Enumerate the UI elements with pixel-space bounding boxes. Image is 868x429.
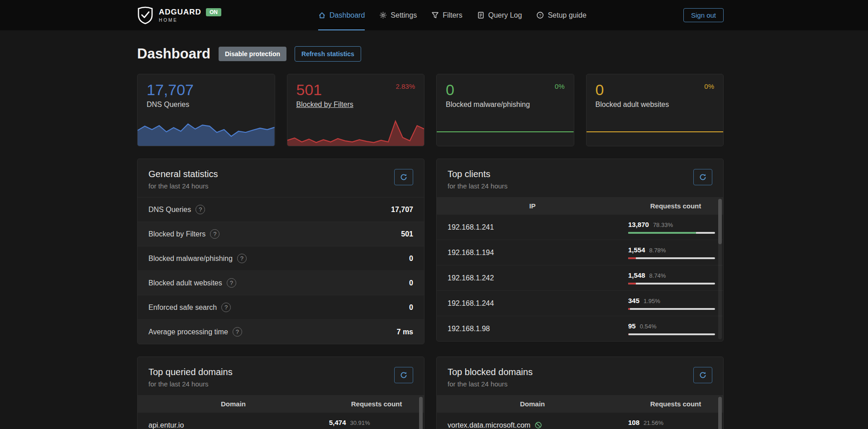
stat-row: Blocked adult websites ? 0	[138, 270, 424, 295]
nav-label: Settings	[391, 11, 417, 19]
refresh-icon	[400, 174, 407, 181]
top-navigation-bar: ADGUARD ON HOME Dashboard Settings	[0, 0, 868, 30]
scrollbar[interactable]	[718, 397, 722, 429]
nav-setup-guide[interactable]: ? Setup guide	[536, 0, 586, 30]
client-row: 192.168.1.98 950.54%	[437, 316, 723, 341]
card-subtitle: for the last 24 hours	[448, 182, 508, 190]
help-icon[interactable]: ?	[233, 327, 242, 337]
stat-row: Enforced safe search ? 0	[138, 295, 424, 319]
column-header-requests[interactable]: Requests count	[329, 400, 424, 408]
column-header-requests[interactable]: Requests count	[628, 202, 723, 210]
disable-protection-button[interactable]: Disable protection	[219, 47, 286, 61]
help-icon[interactable]: ?	[221, 303, 231, 312]
stat-label: Blocked adult websites	[596, 101, 669, 109]
client-ip[interactable]: 192.168.1.194	[437, 249, 628, 257]
request-count: 5,474	[329, 419, 346, 426]
help-icon[interactable]: ?	[210, 229, 219, 239]
table-header: Domain Requests count	[138, 395, 424, 412]
stat-row-label: DNS Queries	[148, 206, 191, 214]
refresh-icon	[699, 174, 706, 181]
nav-label: Filters	[443, 11, 463, 19]
nav-settings[interactable]: Settings	[379, 0, 417, 30]
scrollbar-thumb[interactable]	[419, 397, 423, 429]
adguard-home-logo[interactable]: ADGUARD ON HOME	[137, 6, 221, 24]
scrollbar[interactable]	[718, 199, 722, 339]
card-title: General statistics	[148, 169, 218, 179]
stat-row-label: Average processing time	[148, 328, 228, 336]
client-row: 192.168.1.242 1,5488.74%	[437, 265, 723, 290]
request-count: 1,554	[628, 246, 645, 254]
top-blocked-domains-card: Top blocked domains for the last 24 hour…	[436, 357, 724, 429]
page-title: Dashboard	[137, 46, 210, 62]
request-percent: 8.78%	[649, 247, 666, 254]
stat-card-blocked-by-filters: 501 2.83% Blocked by Filters	[287, 74, 425, 146]
stat-card-blocked-adult: 0 0% Blocked adult websites	[586, 74, 724, 146]
nav-query-log[interactable]: Query Log	[477, 0, 522, 30]
client-ip[interactable]: 192.168.1.244	[437, 299, 628, 308]
column-header-domain[interactable]: Domain	[138, 400, 329, 408]
request-percent: 30.91%	[350, 419, 370, 426]
blocked-adult-sparkline	[587, 118, 724, 146]
refresh-button[interactable]	[394, 169, 413, 185]
sign-out-button[interactable]: Sign out	[683, 8, 724, 22]
top-queried-domains-card: Top queried domains for the last 24 hour…	[137, 357, 424, 429]
column-header-requests[interactable]: Requests count	[628, 400, 723, 408]
stat-row-label: Enforced safe search	[148, 304, 217, 312]
request-count: 13,870	[628, 221, 649, 228]
scrollbar[interactable]	[419, 397, 423, 429]
stat-label: Blocked malware/phishing	[446, 101, 530, 109]
progress-bar	[628, 283, 715, 284]
scrollbar-thumb[interactable]	[718, 199, 722, 244]
dashboard-page: Dashboard Disable protection Refresh sta…	[137, 46, 724, 429]
refresh-statistics-button[interactable]: Refresh statistics	[295, 46, 361, 62]
refresh-button[interactable]	[693, 367, 712, 383]
blocked-by-filters-link[interactable]: Blocked by Filters	[296, 101, 353, 109]
home-icon	[318, 11, 326, 19]
request-count: 108	[628, 419, 639, 426]
nav-filters[interactable]: Filters	[431, 0, 463, 30]
refresh-button[interactable]	[693, 169, 712, 185]
refresh-button[interactable]	[394, 367, 413, 383]
card-title: Top clients	[448, 169, 508, 179]
stat-value: 501	[296, 82, 322, 98]
stat-row-value: 17,707	[391, 206, 413, 214]
general-statistics-card: General statistics for the last 24 hours…	[137, 159, 424, 344]
help-icon[interactable]: ?	[227, 278, 236, 288]
stat-row: Blocked by Filters ? 501	[138, 222, 424, 246]
stat-cards-row: 17,707 DNS Queries 501 2.83% Blocked by …	[137, 74, 724, 146]
column-header-domain[interactable]: Domain	[437, 400, 628, 408]
gear-icon	[379, 11, 387, 19]
nav-label: Dashboard	[329, 11, 365, 19]
svg-text:?: ?	[539, 13, 541, 18]
help-icon[interactable]: ?	[237, 254, 247, 263]
queried-domain[interactable]: api.entur.io	[138, 421, 329, 429]
stat-row-value: 0	[409, 279, 413, 287]
stat-card-blocked-malware: 0 0% Blocked malware/phishing	[436, 74, 574, 146]
blocked-domain[interactable]: vortex.data.microsoft.com	[437, 421, 628, 429]
stat-value: 0	[596, 82, 604, 98]
client-row: 192.168.1.244 3451.95%	[437, 290, 723, 316]
stat-percent: 2.83%	[396, 82, 415, 90]
client-ip[interactable]: 192.168.1.241	[437, 223, 628, 231]
refresh-icon	[699, 371, 706, 379]
blocked-malware-sparkline	[437, 118, 574, 146]
stat-row: Average processing time ? 7 ms	[138, 319, 424, 344]
help-icon[interactable]: ?	[196, 205, 205, 214]
stat-value: 17,707	[147, 82, 194, 98]
request-percent: 1.95%	[644, 298, 660, 304]
scrollbar-thumb[interactable]	[718, 397, 722, 429]
nav-dashboard[interactable]: Dashboard	[318, 0, 365, 30]
nav-label: Setup guide	[548, 11, 586, 19]
top-clients-card: Top clients for the last 24 hours IP Req…	[436, 159, 724, 342]
client-ip[interactable]: 192.168.1.242	[437, 274, 628, 282]
brand-subname: HOME	[159, 18, 221, 23]
nav-label: Query Log	[488, 11, 522, 19]
request-percent: 78.33%	[653, 222, 673, 228]
client-ip[interactable]: 192.168.1.98	[437, 325, 628, 333]
stat-row: Blocked malware/phishing ? 0	[138, 246, 424, 270]
stat-card-dns-queries: 17,707 DNS Queries	[137, 74, 275, 146]
stat-row-label: Blocked by Filters	[148, 230, 205, 238]
column-header-ip[interactable]: IP	[437, 202, 628, 210]
progress-bar	[628, 232, 715, 234]
card-subtitle: for the last 24 hours	[148, 380, 233, 388]
